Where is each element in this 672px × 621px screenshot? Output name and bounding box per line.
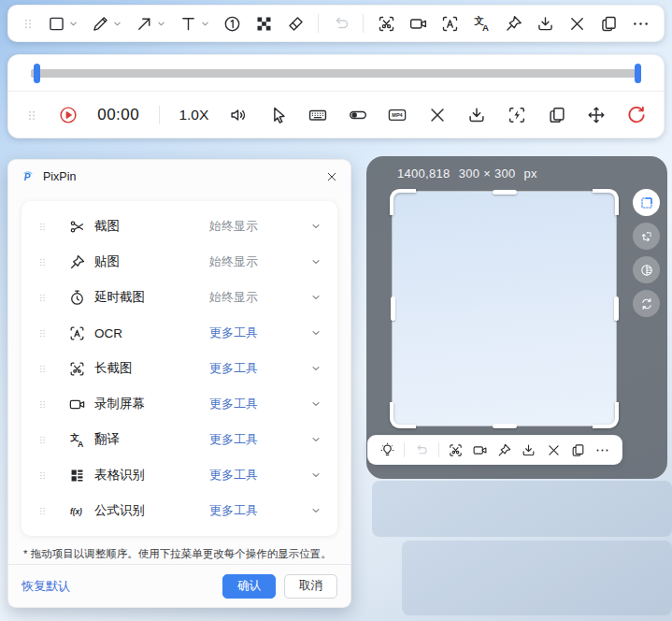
chevron-down-icon[interactable]	[310, 398, 322, 410]
chevron-down-icon[interactable]	[310, 505, 322, 516]
long-screenshot-button[interactable]	[448, 442, 464, 458]
eraser-tool-button[interactable]	[286, 14, 306, 34]
volume-button[interactable]	[228, 105, 249, 125]
move-toolbar-button[interactable]	[586, 105, 607, 125]
record-screen-button[interactable]	[472, 442, 488, 458]
chevron-down-icon[interactable]	[68, 19, 79, 29]
display-mode-value[interactable]: 始终显示	[209, 289, 310, 306]
selection-mode-button[interactable]	[633, 189, 660, 216]
selection-edge-handle[interactable]	[493, 424, 517, 428]
selection-edge-handle[interactable]	[391, 296, 395, 321]
display-mode-value[interactable]: 更多工具	[209, 467, 310, 484]
row-drag-handle[interactable]	[37, 361, 48, 377]
row-drag-handle[interactable]	[37, 432, 48, 448]
refresh-selection-button[interactable]	[633, 290, 660, 317]
undo-button[interactable]	[331, 14, 350, 34]
chevron-down-icon[interactable]	[310, 469, 322, 481]
selection-corner-handle[interactable]	[390, 402, 416, 428]
selection-corner-handle[interactable]	[593, 402, 619, 428]
save-recording-button[interactable]	[466, 105, 487, 125]
chevron-down-icon[interactable]	[200, 19, 210, 29]
text-tool-button[interactable]	[179, 14, 210, 34]
copy-recording-button[interactable]	[547, 105, 567, 125]
ocr-button[interactable]	[440, 14, 460, 34]
dialog-close-button[interactable]	[325, 170, 338, 183]
resize-selection-button[interactable]	[633, 223, 660, 250]
trim-handle-left[interactable]	[34, 64, 40, 83]
row-drag-handle[interactable]	[37, 397, 48, 412]
svg-text:A: A	[78, 439, 84, 448]
record-screen-button[interactable]	[408, 14, 428, 34]
more-button[interactable]	[594, 442, 610, 458]
display-mode-value[interactable]: 更多工具	[209, 502, 310, 519]
trim-slider[interactable]	[8, 55, 664, 92]
capture-selection[interactable]	[393, 192, 616, 426]
pin-button[interactable]	[496, 442, 512, 458]
feature-label: 表格识别	[94, 467, 145, 484]
keyboard-overlay-button[interactable]	[307, 105, 328, 125]
trim-track[interactable]	[31, 69, 641, 78]
more-button[interactable]	[631, 14, 651, 34]
contrast-button[interactable]	[633, 256, 660, 283]
chevron-down-icon[interactable]	[112, 19, 122, 29]
copy-button[interactable]	[599, 14, 619, 34]
undo-button[interactable]	[413, 442, 429, 458]
selection-edge-handle[interactable]	[614, 296, 619, 321]
play-button[interactable]	[58, 105, 79, 125]
mosaic-tool-button[interactable]	[254, 14, 274, 34]
trim-handle-right[interactable]	[635, 64, 641, 83]
save-button[interactable]	[536, 14, 555, 34]
display-mode-value[interactable]: 更多工具	[209, 396, 310, 412]
copy-button[interactable]	[570, 442, 586, 458]
pencil-tool-button[interactable]	[91, 14, 122, 34]
chevron-down-icon[interactable]	[310, 292, 322, 303]
chevron-down-icon[interactable]	[310, 327, 322, 339]
cursor-toggle-button[interactable]	[268, 105, 289, 125]
chevron-down-icon[interactable]	[310, 256, 322, 267]
translate-button[interactable]: 文A	[472, 14, 492, 34]
display-mode-value[interactable]: 更多工具	[209, 325, 310, 341]
cancel-button[interactable]: 取消	[284, 574, 337, 599]
selection-corner-handle[interactable]	[593, 189, 619, 215]
cancel-recording-button[interactable]	[427, 105, 448, 125]
restore-defaults-link[interactable]: 恢复默认	[21, 578, 70, 595]
frame-capture-button[interactable]	[507, 105, 527, 125]
chevron-down-icon[interactable]	[310, 363, 322, 374]
recorder-drag-handle[interactable]	[25, 106, 38, 125]
row-drag-handle[interactable]	[37, 468, 48, 484]
row-drag-handle[interactable]	[37, 325, 48, 341]
hint-bulb-button[interactable]	[379, 442, 395, 458]
long-screenshot-button[interactable]	[377, 14, 396, 34]
undo-icon	[413, 442, 429, 458]
display-mode-value[interactable]: 更多工具	[209, 431, 310, 448]
chevron-down-icon[interactable]	[310, 221, 322, 232]
display-mode-value[interactable]: 更多工具	[209, 360, 310, 377]
dialog-footer: 恢复默认 确认 取消	[8, 564, 350, 607]
annotation-toolbar-drag-handle[interactable]	[21, 14, 35, 34]
row-drag-handle[interactable]	[37, 290, 48, 306]
translate-icon: 文A	[472, 14, 492, 34]
bulb-icon	[379, 442, 395, 458]
confirm-button[interactable]: 确认	[222, 574, 276, 599]
speed-button[interactable]: 1.0X	[179, 107, 208, 123]
close-button[interactable]	[567, 14, 587, 34]
number-marker-button[interactable]	[222, 14, 242, 34]
display-mode-value[interactable]: 始终显示	[209, 218, 310, 235]
arrow-tool-button[interactable]	[135, 14, 166, 34]
selection-edge-handle[interactable]	[493, 190, 517, 195]
selection-corner-handle[interactable]	[390, 189, 416, 215]
chevron-down-icon[interactable]	[310, 434, 322, 445]
record-toggle-button[interactable]	[348, 105, 368, 125]
row-drag-handle[interactable]	[37, 254, 48, 270]
restart-recording-button[interactable]	[626, 105, 647, 125]
display-mode-value[interactable]: 始终显示	[209, 253, 310, 270]
save-button[interactable]	[521, 442, 536, 458]
rectangle-tool-button[interactable]	[47, 14, 79, 34]
close-button[interactable]	[546, 442, 562, 458]
format-mp4-button[interactable]: MP4	[387, 105, 407, 125]
capture-size: 300 × 300	[459, 166, 516, 181]
row-drag-handle[interactable]	[37, 219, 48, 235]
pin-button[interactable]	[504, 14, 523, 34]
chevron-down-icon[interactable]	[156, 19, 166, 29]
row-drag-handle[interactable]	[37, 503, 48, 519]
